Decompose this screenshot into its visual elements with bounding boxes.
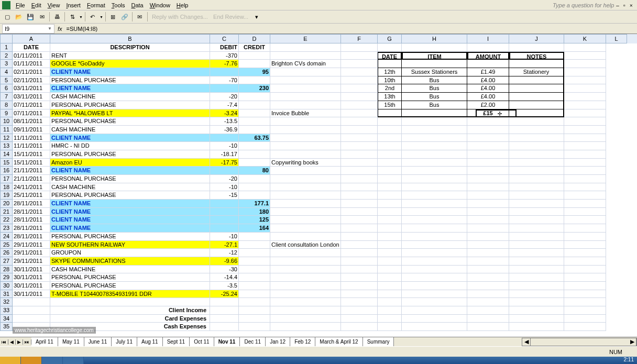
cell[interactable]: Invoice Bubble: [270, 109, 341, 118]
menu-format[interactable]: Format: [84, 2, 108, 8]
cell[interactable]: [564, 224, 606, 233]
cell[interactable]: [467, 298, 509, 306]
sheet-tab[interactable]: June 11: [84, 337, 112, 346]
row-header[interactable]: 4: [0, 68, 13, 76]
cell[interactable]: [509, 216, 564, 224]
cell[interactable]: GROUPON: [50, 249, 210, 257]
cell[interactable]: [341, 60, 378, 68]
row-header[interactable]: 30: [0, 282, 13, 290]
cell[interactable]: [509, 60, 564, 68]
cell[interactable]: [210, 323, 239, 331]
horizontal-scrollbar[interactable]: ◀ ▶: [522, 338, 637, 346]
tab-prev-icon[interactable]: ◀: [8, 339, 16, 345]
cell[interactable]: [378, 224, 402, 233]
cell[interactable]: [239, 117, 270, 126]
cell[interactable]: 21/11/2011: [13, 167, 50, 175]
cell[interactable]: [378, 273, 402, 282]
cell[interactable]: [239, 273, 270, 282]
cell[interactable]: [564, 101, 606, 109]
cell[interactable]: [509, 159, 564, 167]
cell[interactable]: -10: [210, 142, 239, 150]
cell[interactable]: [270, 183, 341, 192]
tab-last-icon[interactable]: ⏭: [23, 339, 31, 345]
cell[interactable]: [270, 216, 341, 224]
cell[interactable]: -18.17: [210, 150, 239, 159]
cell[interactable]: Card Expenses: [50, 315, 210, 323]
toolbar-overflow[interactable]: ▾: [251, 12, 262, 22]
sheet-tab[interactable]: July 11: [112, 337, 137, 346]
cell[interactable]: [564, 306, 606, 315]
cell[interactable]: [509, 208, 564, 216]
cell[interactable]: 177.1: [239, 200, 270, 208]
cell[interactable]: CASH MACHINE: [50, 93, 210, 101]
cell[interactable]: [270, 306, 341, 315]
cell[interactable]: 29/11/2011: [13, 249, 50, 257]
cell[interactable]: 30/11/2011: [13, 290, 50, 299]
row-header[interactable]: 6: [0, 84, 13, 93]
cell[interactable]: [402, 224, 467, 233]
cell[interactable]: [270, 126, 341, 134]
cell[interactable]: [341, 249, 378, 257]
cell[interactable]: [341, 241, 378, 249]
cell[interactable]: [509, 109, 564, 118]
cell[interactable]: [270, 208, 341, 216]
cell[interactable]: [270, 266, 341, 274]
cell[interactable]: Client consultation London: [270, 241, 341, 249]
cell[interactable]: [239, 52, 270, 60]
cell[interactable]: [402, 191, 467, 200]
row-header[interactable]: 35: [0, 323, 13, 331]
cell[interactable]: [509, 282, 564, 290]
cell[interactable]: [564, 290, 606, 299]
cell[interactable]: [402, 241, 467, 249]
cell[interactable]: [270, 224, 341, 233]
sheet-tab[interactable]: Summary: [363, 337, 394, 346]
cell[interactable]: CLIENT NAME: [50, 84, 210, 93]
row-header[interactable]: 32: [0, 298, 13, 306]
cell[interactable]: [378, 208, 402, 216]
cell[interactable]: Bus: [402, 84, 467, 93]
cell[interactable]: [564, 93, 606, 101]
cell[interactable]: 03/11/2011: [13, 84, 50, 93]
col-header-E[interactable]: E: [270, 34, 341, 43]
cell[interactable]: [467, 224, 509, 233]
cell[interactable]: 21/11/2011: [13, 175, 50, 183]
cell[interactable]: [239, 101, 270, 109]
cell[interactable]: 30/11/2011: [13, 282, 50, 290]
cell[interactable]: [564, 191, 606, 200]
cell[interactable]: 15/11/2011: [13, 159, 50, 167]
cell[interactable]: NEW SOUTHERN RAILWAY: [50, 241, 210, 249]
cell[interactable]: [239, 126, 270, 134]
help-question-box[interactable]: Type a question for help: [553, 2, 614, 8]
cell[interactable]: [378, 150, 402, 159]
sheet-tab[interactable]: April 11: [31, 337, 58, 346]
cell[interactable]: [564, 282, 606, 290]
cell[interactable]: [270, 142, 341, 150]
cell[interactable]: [564, 175, 606, 183]
sort-icon[interactable]: ⇅: [67, 12, 78, 22]
cell[interactable]: [341, 282, 378, 290]
cell[interactable]: [402, 315, 467, 323]
cell[interactable]: CLIENT NAME: [50, 167, 210, 175]
cell[interactable]: [341, 257, 378, 266]
cell[interactable]: £4.00: [467, 76, 509, 85]
cell[interactable]: [270, 323, 341, 331]
cell[interactable]: [239, 183, 270, 192]
row-header[interactable]: 18: [0, 183, 13, 192]
cell[interactable]: [402, 150, 467, 159]
cell[interactable]: [564, 167, 606, 175]
cell[interactable]: [564, 298, 606, 306]
cell[interactable]: [239, 290, 270, 299]
row-header[interactable]: 19: [0, 191, 13, 200]
cell[interactable]: 29/11/2011: [13, 257, 50, 266]
cell[interactable]: 25/11/2011: [13, 191, 50, 200]
row-header[interactable]: 22: [0, 216, 13, 224]
sheet-tab[interactable]: Aug 11: [137, 337, 163, 346]
cell[interactable]: 03/11/2011: [13, 93, 50, 101]
cell[interactable]: [239, 191, 270, 200]
cell[interactable]: [341, 84, 378, 93]
sheet-tab[interactable]: Feb 12: [290, 337, 315, 346]
cell[interactable]: 07/11/2011: [13, 109, 50, 118]
cell[interactable]: [509, 191, 564, 200]
cell[interactable]: [270, 282, 341, 290]
cell[interactable]: CLIENT NAME: [50, 68, 210, 76]
